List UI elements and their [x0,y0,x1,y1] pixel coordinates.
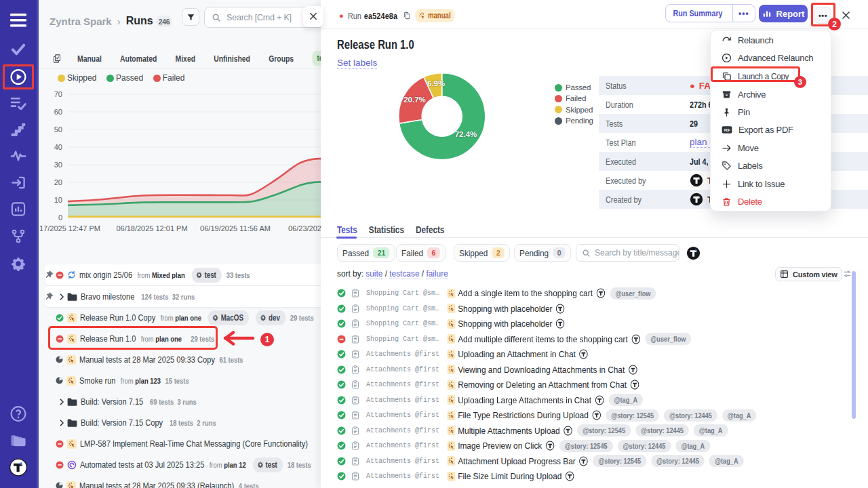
svg-text:60: 60 [54,108,62,116]
svg-text:70: 70 [54,90,62,98]
svg-text:50: 50 [54,125,62,134]
svg-text:PDF: PDF [724,129,730,132]
svg-text:40: 40 [54,143,62,151]
svg-text:72.4%: 72.4% [455,130,477,138]
svg-text:0: 0 [58,214,62,222]
svg-text:06/23/2025: 06/23/2025 [288,224,321,232]
svg-text:30: 30 [54,161,62,169]
svg-text:17/2025 12:47 PM: 17/2025 12:47 PM [39,224,100,232]
svg-text:20.7%: 20.7% [403,96,426,104]
svg-text:6.9%: 6.9% [427,79,445,87]
svg-text:06/18/2025 12:01 PM: 06/18/2025 12:01 PM [116,224,187,232]
svg-text:10: 10 [54,196,62,204]
svg-text:06/19/2025 11:56 AM: 06/19/2025 11:56 AM [200,224,271,232]
svg-text:20: 20 [54,178,62,186]
